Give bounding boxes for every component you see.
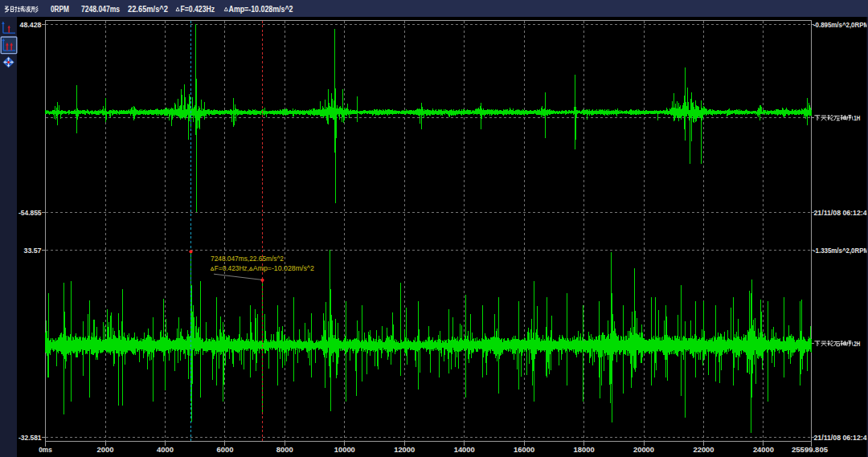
svg-text:21/11/08 06:12:4: 21/11/08 06:12:4 bbox=[814, 208, 868, 217]
svg-text:-0.895m/s^2,0RPM: -0.895m/s^2,0RPM bbox=[813, 20, 868, 29]
svg-text:F=0.423Hz: F=0.423Hz bbox=[181, 4, 215, 14]
svg-text:-1.335m/s^2,0RPM: -1.335m/s^2,0RPM bbox=[813, 246, 868, 255]
svg-text:24000: 24000 bbox=[753, 445, 774, 454]
svg-text:16000: 16000 bbox=[514, 445, 534, 454]
svg-text:-32.581: -32.581 bbox=[18, 433, 42, 442]
svg-text:7248.047ms,22.65m/s^2: 7248.047ms,22.65m/s^2 bbox=[211, 254, 284, 263]
svg-text:Amp=-10.028m/s^2: Amp=-10.028m/s^2 bbox=[253, 263, 314, 272]
svg-text:22.65m/s^2: 22.65m/s^2 bbox=[128, 4, 168, 14]
svg-text:2000: 2000 bbox=[97, 445, 114, 454]
svg-text:33.57: 33.57 bbox=[24, 246, 42, 255]
svg-text:-54.855: -54.855 bbox=[18, 208, 42, 217]
svg-text:14000: 14000 bbox=[454, 445, 475, 454]
svg-text:2H: 2H bbox=[854, 339, 860, 348]
svg-text:48.428: 48.428 bbox=[20, 20, 42, 29]
svg-text:7248.047ms: 7248.047ms bbox=[81, 4, 120, 14]
svg-text:6000: 6000 bbox=[216, 445, 233, 454]
svg-text:0ms: 0ms bbox=[39, 445, 52, 454]
svg-text:8000: 8000 bbox=[276, 445, 293, 454]
svg-text:F=0.423Hz,: F=0.423Hz, bbox=[215, 263, 249, 272]
svg-text:21/11/08 06:12:4: 21/11/08 06:12:4 bbox=[814, 433, 868, 442]
svg-text:4000: 4000 bbox=[157, 445, 174, 454]
svg-text:18000: 18000 bbox=[574, 445, 595, 454]
svg-text:0RPM: 0RPM bbox=[51, 4, 69, 14]
svg-text:1H: 1H bbox=[854, 113, 860, 122]
svg-text:12000: 12000 bbox=[394, 445, 415, 454]
svg-text:22000: 22000 bbox=[694, 445, 714, 454]
svg-text:Amp=-10.028m/s^2: Amp=-10.028m/s^2 bbox=[229, 4, 293, 14]
svg-text:10000: 10000 bbox=[334, 445, 355, 454]
svg-text:25599.805: 25599.805 bbox=[792, 445, 829, 454]
svg-text:20000: 20000 bbox=[633, 445, 654, 454]
